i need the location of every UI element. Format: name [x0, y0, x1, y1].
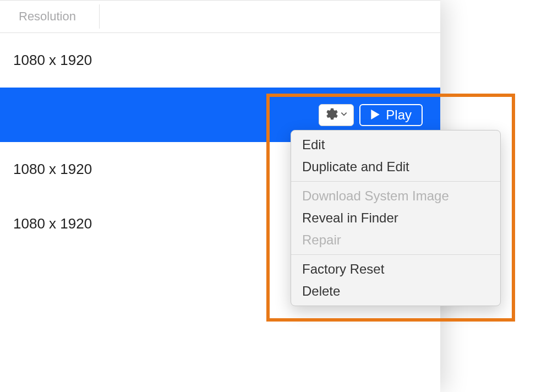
column-header: Resolution — [0, 0, 440, 33]
menu-section: Edit Duplicate and Edit — [291, 130, 500, 181]
chevron-down-icon — [340, 110, 348, 119]
settings-dropdown-menu: Edit Duplicate and Edit Download System … — [291, 130, 501, 306]
menu-item-edit[interactable]: Edit — [291, 134, 500, 156]
row-actions: Play — [319, 104, 423, 126]
play-button-label: Play — [386, 107, 412, 123]
resolution-value: 1080 x 1920 — [13, 161, 92, 178]
play-button[interactable]: Play — [359, 104, 423, 126]
resolution-value: 1080 x 1920 — [13, 215, 92, 232]
gear-icon — [325, 107, 338, 122]
menu-item-factory-reset[interactable]: Factory Reset — [291, 258, 500, 280]
menu-section: Download System Image Reveal in Finder R… — [291, 181, 500, 254]
menu-item-duplicate-edit[interactable]: Duplicate and Edit — [291, 156, 500, 178]
menu-item-repair: Repair — [291, 229, 500, 251]
header-divider — [99, 4, 100, 29]
menu-section: Factory Reset Delete — [291, 254, 500, 306]
table-row[interactable]: 1080 x 1920 — [0, 33, 440, 88]
column-header-label: Resolution — [19, 9, 76, 24]
menu-item-download-system-image: Download System Image — [291, 185, 500, 207]
resolution-value: 1080 x 1920 — [13, 52, 92, 69]
settings-dropdown-button[interactable] — [319, 104, 354, 126]
menu-item-delete[interactable]: Delete — [291, 280, 500, 302]
menu-item-reveal-in-finder[interactable]: Reveal in Finder — [291, 207, 500, 229]
play-icon — [370, 107, 380, 123]
